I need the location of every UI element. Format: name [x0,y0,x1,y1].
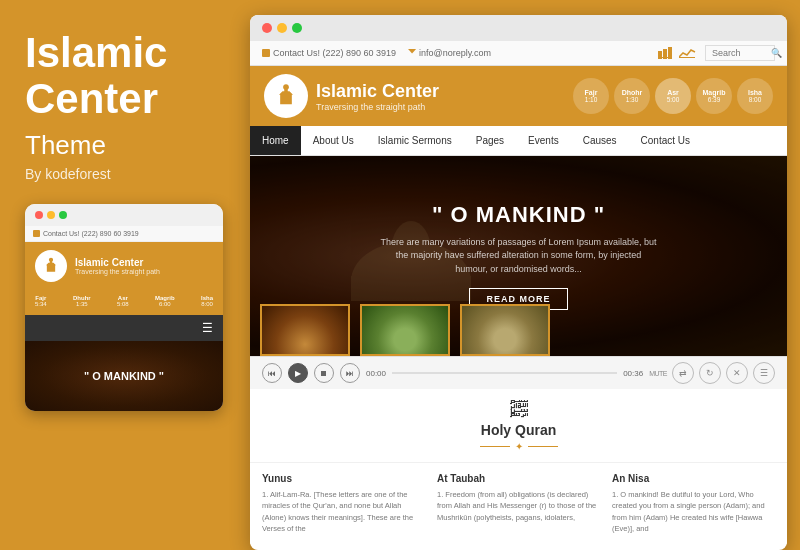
content-columns: Yunus 1. Alif-Lam-Ra. [These letters are… [250,463,787,544]
utility-email-text: info@noreply.com [419,48,491,58]
mobile-prayer-asr: Asr 5:08 [117,295,129,307]
mobile-contact-text: Contact Us! (222) 890 60 3919 [43,230,139,237]
hero-section: " O MANKIND " There are many variations … [250,156,787,356]
mobile-dot-red [35,211,43,219]
player-progress-bar[interactable] [392,372,617,374]
site-header: Islamic Center Traversing the straight p… [250,66,787,126]
audio-player: ⏮ ▶ ⏹ ⏭ 00:00 00:36 MUTE ⇄ ↻ ✕ ☰ [250,356,787,389]
left-title: IslamicCenter [25,30,223,122]
utility-right: 🔍 [658,45,775,61]
player-controls-right: MUTE ⇄ ↻ ✕ ☰ [649,362,775,384]
quran-title: Holy Quran [260,422,777,438]
player-mute-label[interactable]: MUTE [649,370,667,377]
hero-description: There are many variations of passages of… [379,236,659,277]
quran-star-icon: ✦ [515,441,523,452]
content-col-nisa: An Nisa 1. O mankind! Be dutiful to your… [612,473,775,534]
player-stop-button[interactable]: ⏹ [314,363,334,383]
nav-events[interactable]: Events [516,126,571,155]
browser-window: Contact Us! (222) 890 60 3919 info@norep… [250,15,787,550]
left-by: By kodeforest [25,166,223,182]
utility-contact-text: Contact Us! (222) 890 60 3919 [273,48,396,58]
player-play-button[interactable]: ▶ [288,363,308,383]
search-input[interactable] [712,48,767,58]
mobile-site-title: Islamic Center [75,257,160,268]
player-menu-button[interactable]: ☰ [753,362,775,384]
mobile-header-text: Islamic Center Traversing the straight p… [75,257,160,275]
hero-thumb-3[interactable] [460,304,550,356]
nav-causes[interactable]: Causes [571,126,629,155]
utility-bar: Contact Us! (222) 890 60 3919 info@norep… [250,41,787,66]
prayer-fajr: Fajr 1:10 [573,78,609,114]
quran-line-left [480,446,510,447]
mobile-dot-yellow [47,211,55,219]
nav-sermons[interactable]: Islamic Sermons [366,126,464,155]
email-icon [408,49,416,57]
col-title-yunus: Yunus [262,473,425,484]
col-text-nisa: 1. O mankind! Be dutiful to your Lord, W… [612,489,775,534]
prayer-isha: Isha 8:00 [737,78,773,114]
phone-icon [262,49,270,57]
mobile-top-bar [25,204,223,226]
player-prev-button[interactable]: ⏮ [262,363,282,383]
quran-arabic-text: ﷽ [260,399,777,420]
browser-close-dot[interactable] [262,23,272,33]
svg-rect-4 [679,57,695,58]
quran-section: ﷽ Holy Quran ✦ [250,389,787,463]
col-title-taubah: At Taubah [437,473,600,484]
mobile-dot-green [59,211,67,219]
mobile-logo [35,250,67,282]
site-tagline: Traversing the straight path [316,102,439,112]
mobile-header: Islamic Center Traversing the straight p… [25,242,223,290]
mobile-prayer-dhuhr: Dhuhr 1:35 [73,295,91,307]
player-time-start: 00:00 [366,369,386,378]
browser-chrome [250,15,787,41]
content-col-yunus: Yunus 1. Alif-Lam-Ra. [These letters are… [262,473,425,534]
site-title: Islamic Center [316,81,439,102]
nav-contact[interactable]: Contact Us [629,126,702,155]
quran-line-right [528,446,558,447]
mobile-prayer-row: Fajr 5:34 Dhuhr 1:35 Asr 5:08 Magrib 6:0… [25,290,223,315]
mobile-preview: Contact Us! (222) 890 60 3919 Islamic Ce… [25,204,223,411]
site-logo-area: Islamic Center Traversing the straight p… [264,74,439,118]
mobile-mosque-icon [41,256,61,276]
utility-email: info@noreply.com [408,48,491,58]
hero-quote: " O MANKIND " [432,202,605,228]
nav-pages[interactable]: Pages [464,126,516,155]
prayer-magrib: Magrib 6:39 [696,78,732,114]
left-subtitle: Theme [25,130,223,161]
prayer-dhohr: Dhohr 1:30 [614,78,650,114]
left-panel: IslamicCenter Theme By kodeforest Contac… [0,0,248,550]
player-shuffle-button[interactable]: ⇄ [672,362,694,384]
player-time-end: 00:36 [623,369,643,378]
col-title-nisa: An Nisa [612,473,775,484]
svg-rect-3 [658,57,672,58]
chart-icons [658,47,697,59]
site-logo [264,74,308,118]
mobile-hero-quote: " O MANKIND " [84,370,164,382]
bar-chart-icon [658,47,676,59]
browser-minimize-dot[interactable] [277,23,287,33]
mobile-contact-icon [33,230,40,237]
browser-maximize-dot[interactable] [292,23,302,33]
prayer-asr: Asr 5:00 [655,78,691,114]
mobile-hamburger-icon[interactable]: ☰ [202,321,213,335]
site-nav: Home About Us Islamic Sermons Pages Even… [250,126,787,156]
mobile-prayer-fajr: Fajr 5:34 [35,295,47,307]
col-text-yunus: 1. Alif-Lam-Ra. [These letters are one o… [262,489,425,534]
player-repeat-button[interactable]: ↻ [699,362,721,384]
search-icon[interactable]: 🔍 [771,48,782,58]
mobile-prayer-isha: Isha 8:00 [201,295,213,307]
search-box[interactable]: 🔍 [705,45,775,61]
col-text-taubah: 1. Freedom (from all) obligations (is de… [437,489,600,523]
player-close-button[interactable]: ✕ [726,362,748,384]
hero-thumb-2[interactable] [360,304,450,356]
mosque-icon [272,82,300,110]
utility-left: Contact Us! (222) 890 60 3919 info@norep… [262,48,491,58]
player-next-button[interactable]: ⏭ [340,363,360,383]
mobile-menu-bar: ☰ [25,315,223,341]
nav-about[interactable]: About Us [301,126,366,155]
mobile-site-tagline: Traversing the straight path [75,268,160,275]
nav-home[interactable]: Home [250,126,301,155]
line-chart-icon [679,47,697,59]
hero-thumb-1[interactable] [260,304,350,356]
